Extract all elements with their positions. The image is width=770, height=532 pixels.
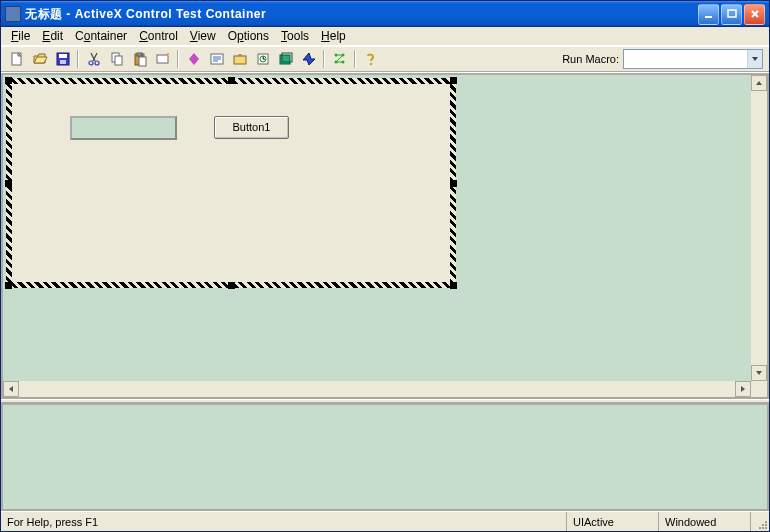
horizontal-scrollbar[interactable] xyxy=(3,381,751,397)
copy-icon[interactable] xyxy=(105,48,128,70)
svg-rect-26 xyxy=(765,527,767,529)
client-area: Button1 xyxy=(1,72,769,511)
resize-handle-n[interactable] xyxy=(228,77,235,84)
scroll-up-icon[interactable] xyxy=(751,75,767,91)
svg-rect-12 xyxy=(139,57,146,66)
scroll-corner xyxy=(751,381,767,397)
status-help: For Help, press F1 xyxy=(1,512,567,531)
resize-grip[interactable] xyxy=(751,512,769,531)
toolbar: Run Macro: xyxy=(1,46,769,72)
svg-point-7 xyxy=(95,61,99,65)
cut-icon[interactable] xyxy=(82,48,105,70)
scroll-right-icon[interactable] xyxy=(735,381,751,397)
resize-handle-se[interactable] xyxy=(450,282,457,289)
svg-point-25 xyxy=(369,63,371,65)
save-icon[interactable] xyxy=(51,48,74,70)
menu-control[interactable]: Control xyxy=(133,28,184,44)
svg-rect-13 xyxy=(157,55,168,63)
embedded-form: Button1 xyxy=(12,84,450,282)
svg-point-14 xyxy=(167,53,169,55)
window-title: 无标题 - ActiveX Control Test Container xyxy=(25,6,698,23)
property-stream-icon[interactable] xyxy=(251,48,274,70)
vertical-scrollbar[interactable] xyxy=(751,75,767,381)
activex-control-container[interactable]: Button1 xyxy=(6,78,456,288)
activate-icon[interactable] xyxy=(274,48,297,70)
deactivate-icon[interactable] xyxy=(297,48,320,70)
toolbar-separator xyxy=(354,50,356,68)
title-bar[interactable]: 无标题 - ActiveX Control Test Container xyxy=(1,1,769,27)
new-icon[interactable] xyxy=(5,48,28,70)
paste-icon[interactable] xyxy=(128,48,151,70)
new-control-icon[interactable] xyxy=(151,48,174,70)
svg-rect-27 xyxy=(762,527,764,529)
toolbar-separator xyxy=(77,50,79,68)
menu-bar: File Edit Container Control View Options… xyxy=(1,27,769,46)
svg-rect-4 xyxy=(59,54,67,58)
maximize-button[interactable] xyxy=(721,4,742,25)
open-icon[interactable] xyxy=(28,48,51,70)
resize-handle-nw[interactable] xyxy=(5,77,12,84)
svg-rect-30 xyxy=(762,524,764,526)
svg-rect-0 xyxy=(705,16,712,18)
minimize-button[interactable] xyxy=(698,4,719,25)
status-bar: For Help, press F1 UIActive Windowed xyxy=(1,511,769,531)
menu-file[interactable]: File xyxy=(5,28,36,44)
resize-handle-w[interactable] xyxy=(5,180,12,187)
svg-rect-31 xyxy=(765,521,767,523)
text-input[interactable] xyxy=(70,116,177,140)
scroll-left-icon[interactable] xyxy=(3,381,19,397)
svg-rect-29 xyxy=(765,524,767,526)
svg-point-6 xyxy=(89,61,93,65)
svg-rect-1 xyxy=(728,10,736,17)
design-pane[interactable]: Button1 xyxy=(1,73,769,399)
svg-rect-5 xyxy=(60,60,66,64)
invoke-methods-icon[interactable] xyxy=(182,48,205,70)
svg-rect-28 xyxy=(759,527,761,529)
menu-view[interactable]: View xyxy=(184,28,222,44)
tab-order-icon[interactable] xyxy=(328,48,351,70)
resize-handle-s[interactable] xyxy=(228,282,235,289)
svg-rect-16 xyxy=(234,56,246,64)
run-macro-combobox[interactable] xyxy=(623,49,763,69)
status-uiactive: UIActive xyxy=(567,512,659,531)
property-bag-icon[interactable] xyxy=(228,48,251,70)
resize-handle-e[interactable] xyxy=(450,180,457,187)
resize-handle-ne[interactable] xyxy=(450,77,457,84)
svg-rect-11 xyxy=(137,53,142,56)
menu-help[interactable]: Help xyxy=(315,28,352,44)
svg-rect-9 xyxy=(115,56,122,65)
menu-edit[interactable]: Edit xyxy=(36,28,69,44)
button1[interactable]: Button1 xyxy=(214,116,289,139)
log-event-icon[interactable] xyxy=(205,48,228,70)
menu-options[interactable]: Options xyxy=(222,28,275,44)
chevron-down-icon[interactable] xyxy=(747,50,762,68)
menu-container[interactable]: Container xyxy=(69,28,133,44)
toolbar-separator xyxy=(323,50,325,68)
app-icon xyxy=(5,6,21,22)
app-window: 无标题 - ActiveX Control Test Container Fil… xyxy=(0,0,770,532)
menu-tools[interactable]: Tools xyxy=(275,28,315,44)
scroll-down-icon[interactable] xyxy=(751,365,767,381)
run-macro-label: Run Macro: xyxy=(560,53,621,65)
log-pane[interactable] xyxy=(1,403,769,511)
help-icon[interactable] xyxy=(359,48,382,70)
status-windowed: Windowed xyxy=(659,512,751,531)
resize-handle-sw[interactable] xyxy=(5,282,12,289)
toolbar-separator xyxy=(177,50,179,68)
close-button[interactable] xyxy=(744,4,765,25)
